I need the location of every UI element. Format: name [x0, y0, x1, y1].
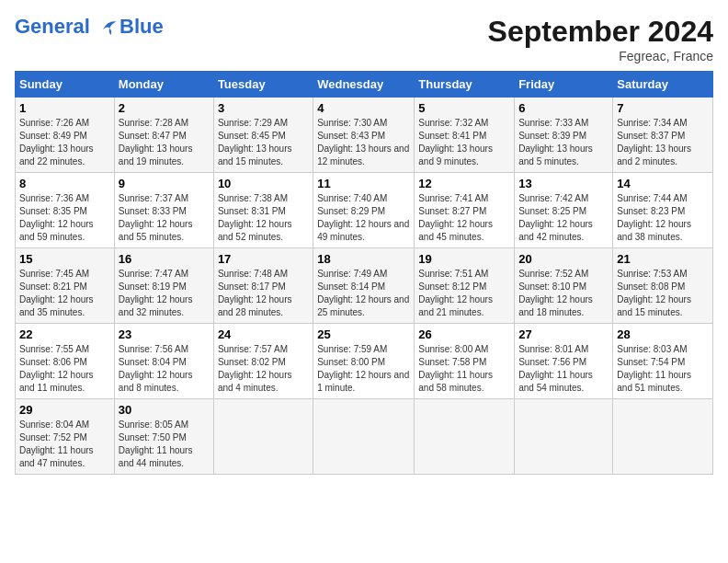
- day-detail: Sunrise: 7:51 AMSunset: 8:12 PMDaylight:…: [418, 268, 510, 319]
- day-detail: Sunrise: 7:49 AMSunset: 8:14 PMDaylight:…: [317, 268, 410, 319]
- calendar-cell: 16Sunrise: 7:47 AMSunset: 8:19 PMDayligh…: [114, 248, 213, 324]
- month-title: September 2024: [488, 15, 713, 49]
- day-detail: Sunrise: 7:56 AMSunset: 8:04 PMDaylight:…: [119, 343, 210, 395]
- calendar-cell: 22Sunrise: 7:55 AMSunset: 8:06 PMDayligh…: [16, 324, 115, 399]
- calendar-cell: 15Sunrise: 7:45 AMSunset: 8:21 PMDayligh…: [16, 248, 115, 324]
- day-detail: Sunrise: 7:40 AMSunset: 8:29 PMDaylight:…: [317, 192, 410, 244]
- day-number: 14: [617, 177, 709, 190]
- day-number: 16: [119, 252, 210, 266]
- calendar-cell: 1Sunrise: 7:26 AMSunset: 8:49 PMDaylight…: [16, 98, 115, 173]
- day-detail: Sunrise: 7:26 AMSunset: 8:49 PMDaylight:…: [19, 117, 110, 168]
- calendar-header-row: SundayMondayTuesdayWednesdayThursdayFrid…: [16, 72, 713, 98]
- col-header-saturday: Saturday: [613, 72, 713, 98]
- day-number: 29: [19, 403, 110, 417]
- calendar-cell: 25Sunrise: 7:59 AMSunset: 8:00 PMDayligh…: [313, 324, 415, 399]
- page-header: General Blue September 2024 Fegreac, Fra…: [15, 15, 713, 63]
- day-number: 24: [218, 327, 309, 341]
- calendar-cell: [613, 399, 713, 475]
- day-detail: Sunrise: 7:44 AMSunset: 8:23 PMDaylight:…: [617, 192, 709, 244]
- day-number: 9: [119, 177, 210, 190]
- day-detail: Sunrise: 8:01 AMSunset: 7:56 PMDaylight:…: [518, 343, 609, 395]
- calendar-cell: 5Sunrise: 7:32 AMSunset: 8:41 PMDaylight…: [415, 98, 515, 173]
- day-number: 23: [119, 327, 210, 341]
- calendar-cell: 19Sunrise: 7:51 AMSunset: 8:12 PMDayligh…: [415, 248, 515, 324]
- day-detail: Sunrise: 7:53 AMSunset: 8:08 PMDaylight:…: [617, 268, 709, 319]
- day-detail: Sunrise: 7:45 AMSunset: 8:21 PMDaylight:…: [19, 268, 110, 319]
- calendar-cell: 10Sunrise: 7:38 AMSunset: 8:31 PMDayligh…: [213, 173, 313, 248]
- day-detail: Sunrise: 7:41 AMSunset: 8:27 PMDaylight:…: [418, 192, 510, 244]
- day-detail: Sunrise: 7:28 AMSunset: 8:47 PMDaylight:…: [119, 117, 210, 168]
- logo: General Blue: [15, 15, 164, 39]
- day-number: 3: [218, 101, 309, 115]
- calendar-cell: 9Sunrise: 7:37 AMSunset: 8:33 PMDaylight…: [114, 173, 213, 248]
- calendar-cell: [313, 399, 415, 475]
- col-header-sunday: Sunday: [16, 72, 115, 98]
- day-number: 12: [418, 177, 510, 190]
- day-number: 11: [317, 177, 410, 190]
- col-header-monday: Monday: [114, 72, 213, 98]
- day-number: 2: [119, 101, 210, 115]
- day-detail: Sunrise: 7:37 AMSunset: 8:33 PMDaylight:…: [119, 192, 210, 244]
- calendar-cell: 18Sunrise: 7:49 AMSunset: 8:14 PMDayligh…: [313, 248, 415, 324]
- calendar-table: SundayMondayTuesdayWednesdayThursdayFrid…: [15, 71, 713, 475]
- day-detail: Sunrise: 8:00 AMSunset: 7:58 PMDaylight:…: [418, 343, 510, 395]
- title-block: September 2024 Fegreac, France: [488, 15, 713, 63]
- day-number: 7: [617, 101, 709, 115]
- day-detail: Sunrise: 7:55 AMSunset: 8:06 PMDaylight:…: [19, 343, 110, 395]
- day-number: 1: [19, 101, 110, 115]
- calendar-cell: [515, 399, 613, 475]
- day-detail: Sunrise: 7:57 AMSunset: 8:02 PMDaylight:…: [218, 343, 309, 395]
- col-header-tuesday: Tuesday: [213, 72, 313, 98]
- day-number: 26: [418, 327, 510, 341]
- calendar-cell: 30Sunrise: 8:05 AMSunset: 7:50 PMDayligh…: [114, 399, 213, 475]
- day-number: 19: [418, 252, 510, 266]
- day-detail: Sunrise: 7:29 AMSunset: 8:45 PMDaylight:…: [218, 117, 309, 168]
- day-detail: Sunrise: 7:33 AMSunset: 8:39 PMDaylight:…: [518, 117, 609, 168]
- day-number: 4: [317, 101, 410, 115]
- day-detail: Sunrise: 7:59 AMSunset: 8:00 PMDaylight:…: [317, 343, 410, 395]
- calendar-week-row: 22Sunrise: 7:55 AMSunset: 8:06 PMDayligh…: [16, 324, 713, 399]
- calendar-week-row: 1Sunrise: 7:26 AMSunset: 8:49 PMDaylight…: [16, 98, 713, 173]
- day-number: 27: [518, 327, 609, 341]
- day-detail: Sunrise: 7:52 AMSunset: 8:10 PMDaylight:…: [518, 268, 609, 319]
- calendar-cell: 13Sunrise: 7:42 AMSunset: 8:25 PMDayligh…: [515, 173, 613, 248]
- calendar-cell: [213, 399, 313, 475]
- day-detail: Sunrise: 7:36 AMSunset: 8:35 PMDaylight:…: [19, 192, 110, 244]
- day-number: 20: [518, 252, 609, 266]
- calendar-cell: 8Sunrise: 7:36 AMSunset: 8:35 PMDaylight…: [16, 173, 115, 248]
- location-subtitle: Fegreac, France: [488, 49, 713, 63]
- day-number: 25: [317, 327, 410, 341]
- day-number: 17: [218, 252, 309, 266]
- day-detail: Sunrise: 7:30 AMSunset: 8:43 PMDaylight:…: [317, 117, 410, 168]
- day-number: 6: [518, 101, 609, 115]
- day-detail: Sunrise: 7:32 AMSunset: 8:41 PMDaylight:…: [418, 117, 510, 168]
- calendar-cell: 23Sunrise: 7:56 AMSunset: 8:04 PMDayligh…: [114, 324, 213, 399]
- day-detail: Sunrise: 7:38 AMSunset: 8:31 PMDaylight:…: [218, 192, 309, 244]
- calendar-cell: 28Sunrise: 8:03 AMSunset: 7:54 PMDayligh…: [613, 324, 713, 399]
- logo-bird-icon: [97, 17, 118, 38]
- calendar-cell: 21Sunrise: 7:53 AMSunset: 8:08 PMDayligh…: [613, 248, 713, 324]
- calendar-cell: 4Sunrise: 7:30 AMSunset: 8:43 PMDaylight…: [313, 98, 415, 173]
- col-header-friday: Friday: [515, 72, 613, 98]
- day-detail: Sunrise: 8:05 AMSunset: 7:50 PMDaylight:…: [119, 419, 210, 470]
- calendar-cell: 29Sunrise: 8:04 AMSunset: 7:52 PMDayligh…: [16, 399, 115, 475]
- logo-blue: Blue: [119, 15, 164, 39]
- day-number: 18: [317, 252, 410, 266]
- day-number: 30: [119, 403, 210, 417]
- day-number: 5: [418, 101, 510, 115]
- calendar-cell: 11Sunrise: 7:40 AMSunset: 8:29 PMDayligh…: [313, 173, 415, 248]
- day-number: 21: [617, 252, 709, 266]
- day-detail: Sunrise: 8:04 AMSunset: 7:52 PMDaylight:…: [19, 419, 110, 470]
- calendar-cell: 12Sunrise: 7:41 AMSunset: 8:27 PMDayligh…: [415, 173, 515, 248]
- day-detail: Sunrise: 7:48 AMSunset: 8:17 PMDaylight:…: [218, 268, 309, 319]
- day-detail: Sunrise: 8:03 AMSunset: 7:54 PMDaylight:…: [617, 343, 709, 395]
- day-number: 22: [19, 327, 110, 341]
- col-header-wednesday: Wednesday: [313, 72, 415, 98]
- day-detail: Sunrise: 7:47 AMSunset: 8:19 PMDaylight:…: [119, 268, 210, 319]
- day-number: 28: [617, 327, 709, 341]
- calendar-week-row: 29Sunrise: 8:04 AMSunset: 7:52 PMDayligh…: [16, 399, 713, 475]
- calendar-cell: 17Sunrise: 7:48 AMSunset: 8:17 PMDayligh…: [213, 248, 313, 324]
- calendar-cell: 2Sunrise: 7:28 AMSunset: 8:47 PMDaylight…: [114, 98, 213, 173]
- day-number: 15: [19, 252, 110, 266]
- calendar-cell: 24Sunrise: 7:57 AMSunset: 8:02 PMDayligh…: [213, 324, 313, 399]
